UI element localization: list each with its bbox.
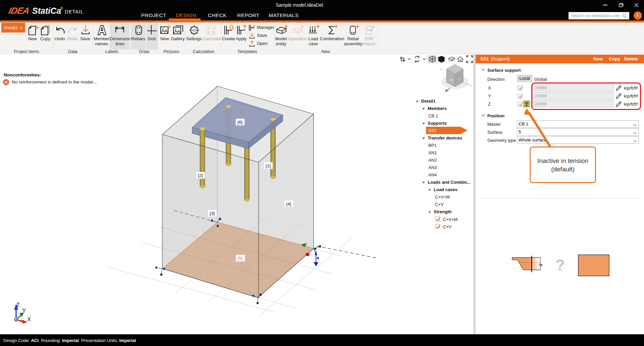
- svg-text:®: ®: [60, 7, 63, 10]
- svg-text:DXF: DXF: [367, 28, 373, 32]
- svg-text:[1]: [1]: [266, 163, 271, 168]
- svg-text:StatiCa: StatiCa: [32, 6, 61, 15]
- svg-text:[6]: [6]: [237, 120, 243, 125]
- svg-text:?: ?: [555, 256, 565, 274]
- svg-text:[4]: [4]: [286, 201, 291, 207]
- svg-text:IDEA: IDEA: [8, 6, 31, 16]
- svg-text:[3]: [3]: [210, 211, 215, 216]
- svg-text:XY: XY: [449, 78, 453, 82]
- svg-text:[5]: [5]: [237, 256, 243, 261]
- svg-text:No reinforcement is defined in: No reinforcement is defined in the model…: [12, 79, 97, 84]
- svg-text:Z: Z: [459, 77, 461, 80]
- svg-text:</>: </>: [192, 28, 197, 32]
- svg-text:Nonconformities:: Nonconformities:: [4, 72, 41, 77]
- svg-text:Z: Z: [16, 302, 19, 308]
- svg-text:X: X: [27, 316, 31, 323]
- svg-text:Y: Y: [22, 307, 26, 314]
- svg-text:[2]: [2]: [198, 173, 203, 178]
